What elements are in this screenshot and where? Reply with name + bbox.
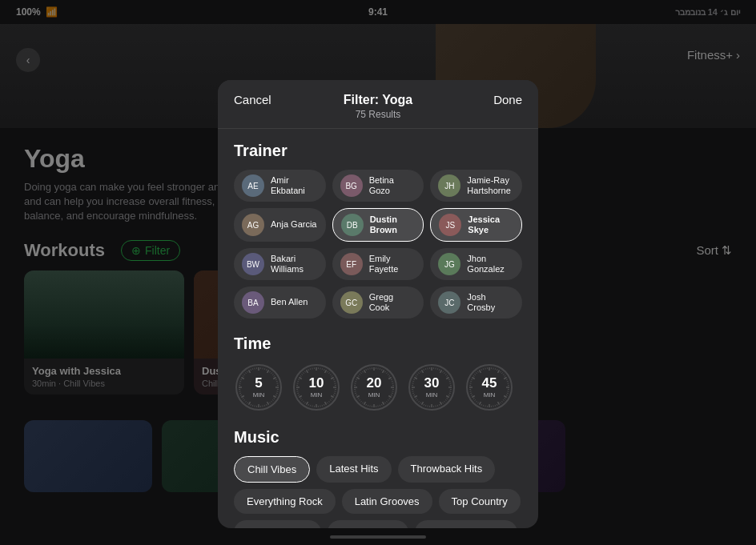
trainer-chip[interactable]: JSJessica Skye	[430, 208, 522, 242]
music-tag[interactable]: Latest Hits	[316, 456, 391, 483]
time-unit: MIN	[367, 391, 382, 399]
time-value: 20	[367, 376, 382, 390]
time-option[interactable]: 10MIN	[292, 363, 341, 412]
trainer-avatar: AE	[242, 174, 264, 197]
time-option[interactable]: 5MIN	[234, 363, 284, 412]
modal-header: Cancel Filter: Yoga 75 Results Done	[218, 80, 538, 129]
trainer-name: Bakari Williams	[271, 254, 318, 275]
time-option[interactable]: 30MIN	[407, 363, 456, 412]
trainer-chip[interactable]: JHJamie-Ray Hartshorne	[430, 170, 522, 202]
trainer-name: Anja Garcia	[271, 219, 316, 230]
modal-overlay: Cancel Filter: Yoga 75 Results Done Trai…	[0, 0, 756, 545]
trainer-chip[interactable]: EFEmily Fayette	[332, 248, 424, 280]
music-tag[interactable]: Throwback Hits	[398, 456, 496, 483]
music-tag[interactable]: Everything Rock	[234, 489, 336, 514]
trainer-grid: AEAmir EkbataniBGBetina GozoJHJamie-Ray …	[234, 170, 522, 319]
time-section: Time 5MIN10MIN20MIN30MIN45MIN	[234, 335, 522, 412]
trainer-name: Jhon Gonzalez	[467, 254, 514, 275]
music-tag[interactable]: Chill Vibes	[234, 456, 310, 483]
music-section-title: Music	[234, 428, 522, 447]
time-value: 30	[424, 376, 440, 390]
trainer-avatar: JC	[438, 291, 460, 314]
trainer-name: Gregg Cook	[369, 292, 416, 313]
filter-modal: Cancel Filter: Yoga 75 Results Done Trai…	[218, 80, 538, 528]
trainer-chip[interactable]: AGAnja Garcia	[234, 208, 326, 242]
time-options: 5MIN10MIN20MIN30MIN45MIN	[234, 363, 522, 412]
trainer-avatar: BG	[340, 174, 363, 197]
music-tag[interactable]: Latin Grooves	[342, 489, 432, 514]
trainer-name: Betina Gozo	[369, 175, 416, 196]
cancel-button[interactable]: Cancel	[234, 93, 282, 106]
trainer-chip[interactable]: BGBetina Gozo	[332, 170, 424, 202]
trainer-chip[interactable]: DBDustin Brown	[332, 208, 424, 242]
music-tags: Chill VibesLatest HitsThrowback HitsEver…	[234, 456, 522, 528]
trainer-avatar: EF	[340, 253, 363, 275]
modal-title-area: Filter: Yoga 75 Results	[282, 93, 474, 120]
trainer-section-title: Trainer	[234, 142, 522, 160]
trainer-avatar: AG	[242, 214, 264, 236]
trainer-chip[interactable]: GCGregg Cook	[332, 287, 424, 319]
trainer-chip[interactable]: JGJhon Gonzalez	[430, 248, 522, 280]
time-value: 5	[253, 376, 265, 390]
trainer-avatar: BA	[242, 291, 264, 314]
music-tag[interactable]: Top Country	[439, 489, 521, 514]
trainer-chip[interactable]: BWBakari Williams	[234, 248, 326, 280]
time-value: 45	[482, 376, 497, 390]
trainer-avatar: BW	[242, 253, 264, 275]
trainer-avatar: JH	[438, 174, 460, 197]
music-section: Music Chill VibesLatest HitsThrowback Hi…	[234, 428, 522, 528]
trainer-name: Josh Crosby	[467, 292, 514, 313]
time-value: 10	[309, 376, 324, 390]
time-unit: MIN	[424, 391, 440, 399]
trainer-avatar: GC	[340, 291, 363, 314]
time-unit: MIN	[309, 391, 324, 399]
modal-body: Trainer AEAmir EkbataniBGBetina GozoJHJa…	[218, 129, 538, 528]
trainer-chip[interactable]: BABen Allen	[234, 287, 326, 319]
modal-title: Filter: Yoga	[282, 93, 474, 107]
trainer-chip[interactable]: JCJosh Crosby	[430, 287, 522, 319]
trainer-name: Ben Allen	[271, 297, 308, 307]
trainer-name: Dustin Brown	[370, 214, 416, 235]
music-tag[interactable]: Pure Dance	[328, 520, 408, 528]
trainer-name: Jessica Skye	[468, 214, 513, 235]
time-option[interactable]: 45MIN	[464, 363, 514, 412]
trainer-avatar: JS	[439, 214, 461, 236]
trainer-avatar: JG	[438, 253, 460, 275]
time-unit: MIN	[253, 391, 265, 399]
trainer-name: Amir Ekbatani	[271, 175, 318, 196]
trainer-avatar: DB	[341, 214, 364, 236]
done-button[interactable]: Done	[474, 93, 522, 106]
music-tag[interactable]: Hip Hop/R&B	[234, 520, 321, 528]
trainer-name: Emily Fayette	[369, 254, 416, 275]
modal-results: 75 Results	[282, 109, 474, 120]
trainer-chip[interactable]: AEAmir Ekbatani	[234, 170, 326, 202]
music-tag[interactable]: Upbeat Anthems	[415, 520, 517, 528]
trainer-name: Jamie-Ray Hartshorne	[467, 175, 514, 196]
time-section-title: Time	[234, 335, 522, 353]
time-option[interactable]: 20MIN	[349, 363, 399, 412]
time-unit: MIN	[482, 391, 497, 399]
